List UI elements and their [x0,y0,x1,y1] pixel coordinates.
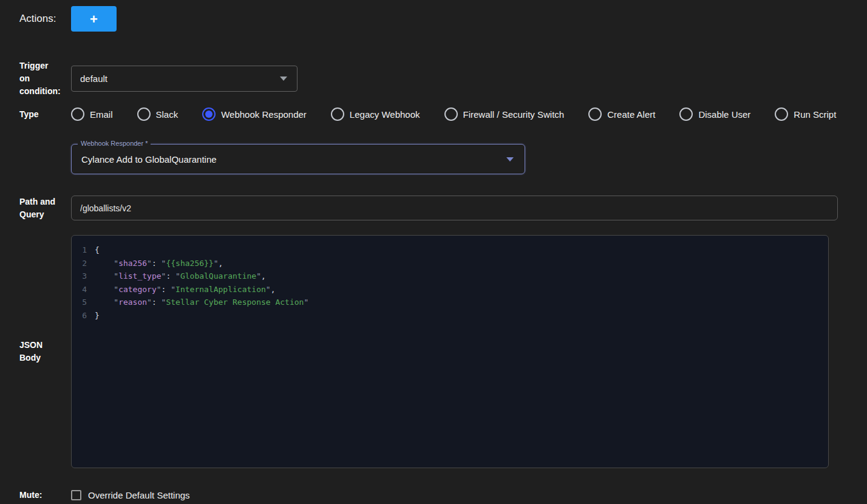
type-option-legacy-webhook[interactable]: Legacy Webhook [331,107,420,121]
path-query-label: Path and Query [19,196,61,221]
radio-dot [205,111,212,118]
radio-unselected-icon[interactable] [331,107,344,121]
radio-dot [140,111,148,118]
line-number: 1 [72,243,95,257]
radio-unselected-icon[interactable] [137,107,151,121]
code-line: 6} [72,309,828,322]
type-label: Type [19,108,61,121]
type-option-webhook-responder[interactable]: Webhook Responder [202,107,307,121]
type-option-label: Run Script [794,109,836,120]
code-text: } [95,309,100,322]
type-option-disable-user[interactable]: Disable User [679,107,750,121]
mute-row: Mute: Override Default Settings [19,488,857,502]
radio-unselected-icon[interactable] [588,107,602,121]
path-query-row: Path and Query [19,195,857,221]
type-option-label: Firewall / Security Switch [463,109,565,120]
add-action-button[interactable]: + [71,6,117,32]
line-number: 5 [72,296,95,309]
type-option-label: Slack [156,109,178,120]
trigger-condition-row: Trigger on condition: default [19,60,857,98]
type-option-run-script[interactable]: Run Script [775,107,836,121]
code-text: "list_type": "GlobalQuarantine", [95,270,266,283]
radio-unselected-icon[interactable] [444,107,458,121]
code-line: 1{ [72,243,828,257]
type-label-col: Type [19,108,71,121]
radio-unselected-icon[interactable] [679,107,693,121]
type-option-label: Disable User [698,109,750,120]
radio-unselected-icon[interactable] [71,107,84,121]
code-text: "sha256": "{{sha256}}", [95,257,223,270]
trigger-condition-value: default [80,73,107,84]
mute-label-col: Mute: [19,489,71,502]
radio-dot [447,111,455,118]
code-text: "category": "InternalApplication", [95,283,275,296]
type-option-label: Webhook Responder [221,109,307,120]
radio-dot [74,111,81,118]
type-option-label: Legacy Webhook [350,109,420,120]
radio-dot [682,111,690,118]
mute-label: Mute: [19,489,61,502]
radio-dot [778,111,785,118]
chevron-down-icon [506,157,514,162]
type-option-slack[interactable]: Slack [137,107,178,121]
webhook-responder-value: Cylance Add to GlobalQuarantine [81,154,217,165]
chevron-down-icon [280,77,287,81]
override-default-settings-label: Override Default Settings [88,490,190,500]
radio-unselected-icon[interactable] [775,107,788,121]
type-options: EmailSlackWebhook ResponderLegacy Webhoo… [71,107,836,121]
type-row: Type EmailSlackWebhook ResponderLegacy W… [19,106,857,122]
path-query-input[interactable] [71,196,838,220]
radio-selected-icon[interactable] [202,107,216,121]
webhook-responder-select[interactable]: Webhook Responder * Cylance Add to Globa… [71,144,525,174]
code-text: { [95,243,100,257]
webhook-responder-row: Webhook Responder * Cylance Add to Globa… [19,144,857,174]
line-number: 6 [72,309,95,322]
trigger-condition-label: Trigger on condition: [19,60,61,98]
code-line: 3 "list_type": "GlobalQuarantine", [72,270,828,283]
type-option-create-alert[interactable]: Create Alert [588,107,655,121]
actions-label: Actions: [19,13,56,24]
json-body-editor[interactable]: 1{2 "sha256": "{{sha256}}",3 "list_type"… [71,235,829,468]
code-text: "reason": "Stellar Cyber Response Action… [95,296,308,309]
json-body-label-col: JSON Body [19,339,71,364]
override-default-settings-option[interactable]: Override Default Settings [71,490,190,500]
trigger-label-col: Trigger on condition: [19,60,71,98]
action-config-form: Actions: + Trigger on condition: default… [0,0,867,504]
trigger-condition-select[interactable]: default [71,66,298,92]
line-number: 2 [72,257,95,270]
actions-label-col: Actions: [19,13,71,25]
code-line: 5 "reason": "Stellar Cyber Response Acti… [72,296,828,309]
radio-dot [334,111,341,118]
json-body-row: JSON Body 1{2 "sha256": "{{sha256}}",3 "… [19,235,857,468]
line-number: 4 [72,283,95,296]
code-line: 4 "category": "InternalApplication", [72,283,828,296]
type-option-email[interactable]: Email [71,107,113,121]
override-default-settings-checkbox[interactable] [71,490,81,500]
type-option-firewall-security-switch[interactable]: Firewall / Security Switch [444,107,565,121]
type-option-label: Create Alert [607,109,655,120]
line-number: 3 [72,270,95,283]
path-query-label-col: Path and Query [19,196,71,221]
json-body-label: JSON Body [19,339,61,364]
actions-row: Actions: + [19,6,857,32]
code-line: 2 "sha256": "{{sha256}}", [72,257,828,270]
radio-dot [591,111,599,118]
webhook-responder-select-label: Webhook Responder * [78,140,151,147]
type-option-label: Email [90,109,113,120]
